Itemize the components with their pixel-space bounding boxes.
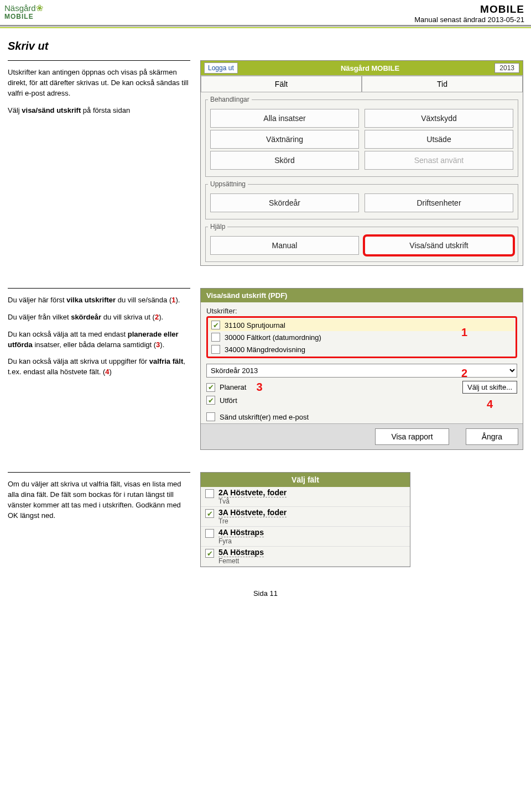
print-dialog-header: Visa/sänd utskrift (PDF) <box>201 289 523 302</box>
checkbox-icon[interactable] <box>205 509 214 518</box>
field-row[interactable]: 5A HöstrapsFemett <box>201 547 410 567</box>
legend-hjalp: Hjälp <box>208 223 227 230</box>
logo: Näsgård❀ MOBILE <box>4 3 43 24</box>
group-behandlingar: Behandlingar Alla insatser Växtskydd Väx… <box>205 96 518 177</box>
print-row-2-label: 30000 Fältkort (datumordning) <box>225 333 321 342</box>
intro-para-2: Välj visa/sänd utskrift på första sidan <box>8 106 190 116</box>
field-sub: Femett <box>218 557 264 565</box>
screenshot-print-dialog: Visa/sänd utskrift (PDF) Utskrifter: 311… <box>200 288 523 450</box>
checkbox-icon[interactable] <box>211 321 220 329</box>
tab-falt[interactable]: Fält <box>201 76 362 92</box>
field-row[interactable]: 2A Höstvete, foderTvå <box>201 487 410 507</box>
field-sub: Fyra <box>218 537 264 545</box>
print-row-1-label: 31100 Sprutjournal <box>225 321 285 329</box>
btn-vaxtnaring[interactable]: Växtnäring <box>210 130 359 149</box>
legend-uppsattning: Uppsättning <box>208 180 248 188</box>
screenshot-select-fields: Välj fält 2A Höstvete, foderTvå3A Höstve… <box>200 472 410 567</box>
page-header: Näsgård❀ MOBILE MOBILE Manual senast änd… <box>0 0 531 27</box>
group-hjalp: Hjälp Manual Visa/sänd utskrift <box>205 223 518 262</box>
print-row-2[interactable]: 30000 Fältkort (datumordning) <box>209 331 514 343</box>
field-name: 2A Höstvete, foder <box>218 488 287 497</box>
header-subtitle: Manual senast ändrad 2013-05-21 <box>414 15 524 24</box>
annotation-1: 1 <box>461 326 467 339</box>
btn-visa-sand-utskrift[interactable]: Visa/sänd utskrift <box>365 236 513 255</box>
btn-manual[interactable]: Manual <box>210 236 359 255</box>
step-2-text: Du väljer från vilket skördeår du vill s… <box>8 312 190 323</box>
btn-angra[interactable]: Ångra <box>466 428 518 445</box>
btn-skord[interactable]: Skörd <box>210 151 359 170</box>
step-1-text: Du väljer här först vilka utskrifter du … <box>8 295 190 306</box>
checkbox-icon[interactable] <box>205 549 214 558</box>
screenshot-main-menu: Logga ut Näsgård MOBILE 2013 Fält Tid Be… <box>200 60 523 266</box>
btn-alla-insatser[interactable]: Alla insatser <box>210 109 359 128</box>
annotation-3: 3 <box>256 381 262 394</box>
btn-vaxtskydd[interactable]: Växtskydd <box>365 109 513 128</box>
btn-utsade[interactable]: Utsäde <box>365 130 513 149</box>
field-row[interactable]: 4A HöstrapsFyra <box>201 527 410 547</box>
label-planerat: Planerat <box>220 383 246 391</box>
field-name: 4A Höstraps <box>218 528 264 537</box>
tab-tid[interactable]: Tid <box>362 76 523 92</box>
page-footer: Sida 11 <box>8 589 523 598</box>
header-right: MOBILE Manual senast ändrad 2013-05-21 <box>414 3 524 24</box>
step-4-text: Du kan också välja att skriva ut uppgift… <box>8 357 190 378</box>
select-skordear[interactable]: Skördeår 2013 <box>206 364 517 378</box>
legend-behandlingar: Behandlingar <box>208 96 252 103</box>
logo-line2: MOBILE <box>4 13 43 20</box>
intro-para-1: Utskrifter kan antingen öppnas och visas… <box>8 67 190 99</box>
select-fields-header: Välj fält <box>201 473 410 487</box>
fields-para: Om du väljer att skriva ut valfria fält,… <box>8 479 190 521</box>
checkbox-icon[interactable] <box>205 529 214 538</box>
year-badge[interactable]: 2013 <box>494 63 519 73</box>
checkbox-planerat[interactable] <box>206 383 215 392</box>
checkbox-sand-epost[interactable] <box>206 412 215 421</box>
field-name: 5A Höstraps <box>218 548 264 557</box>
checkbox-icon[interactable] <box>211 333 220 342</box>
field-sub: Två <box>218 497 287 505</box>
checkbox-utfort[interactable] <box>206 396 215 405</box>
field-name: 3A Höstvete, foder <box>218 508 287 517</box>
btn-driftsenheter[interactable]: Driftsenheter <box>365 193 513 212</box>
btn-senast-anvant[interactable]: Senast använt <box>365 151 513 170</box>
logout-button[interactable]: Logga ut <box>204 62 238 74</box>
section-title: Skriv ut <box>8 40 523 53</box>
app-title: Näsgård MOBILE <box>246 64 495 72</box>
field-row[interactable]: 3A Höstvete, foderTre <box>201 507 410 527</box>
annotation-4: 4 <box>462 398 517 411</box>
label-utfort: Utfört <box>220 396 237 405</box>
btn-valj-ut-skifte[interactable]: Välj ut skifte... <box>462 381 517 394</box>
btn-skordear[interactable]: Skördeår <box>210 193 359 212</box>
group-uppsattning: Uppsättning Skördeår Driftsenheter <box>205 180 518 219</box>
printouts-list: 31100 Sprutjournal 30000 Fältkort (datum… <box>206 316 517 358</box>
checkbox-icon[interactable] <box>205 489 214 498</box>
label-sand-epost: Sänd utskrift(er) med e-post <box>220 413 309 421</box>
print-row-3[interactable]: 34000 Mängdredovisning <box>209 343 514 355</box>
header-title: MOBILE <box>414 3 524 15</box>
checkbox-icon[interactable] <box>211 345 220 354</box>
print-row-1[interactable]: 31100 Sprutjournal <box>209 319 514 331</box>
btn-visa-rapport[interactable]: Visa rapport <box>375 428 449 445</box>
step-3-text: Du kan också välja att ta med endast pla… <box>8 329 190 350</box>
logo-line1: Näsgård❀ <box>4 3 43 13</box>
annotation-2: 2 <box>461 367 467 380</box>
field-sub: Tre <box>218 517 287 525</box>
label-utskrifter: Utskrifter: <box>206 307 517 315</box>
print-row-3-label: 34000 Mängdredovisning <box>225 345 305 354</box>
